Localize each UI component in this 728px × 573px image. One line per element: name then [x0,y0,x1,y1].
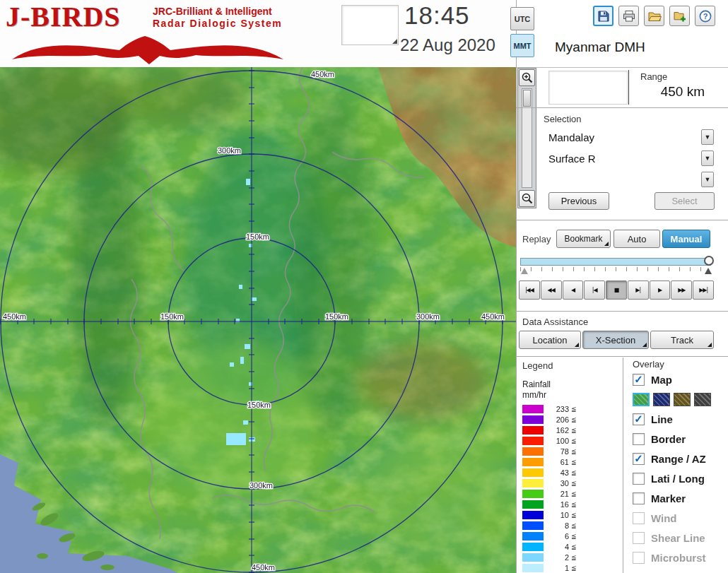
product-dropdown[interactable]: Surface R ▼ [548,149,714,167]
radar-map[interactable]: 450km300km150km150km300km450km450km150km… [0,67,516,573]
auto-button[interactable]: Auto [613,230,660,248]
help-button[interactable]: ? [695,6,715,26]
map-style-swatch-1[interactable] [633,393,650,406]
product-dropdown-value[interactable]: Surface R [548,153,701,165]
header-bar: J-BIRDS JRC-Brilliant & Intelligent Rada… [0,0,516,68]
folder-plus-icon [673,9,687,23]
legend-scale: 233≦206≦162≦100≦78≦61≦43≦30≦21≦16≦10≦8≦6… [522,403,623,573]
mmt-button[interactable]: MMT [510,34,534,57]
station-dropdown-arrow[interactable]: ▼ [701,129,714,145]
checkbox-marker[interactable] [633,492,645,504]
overlay-border[interactable]: Border [633,429,728,449]
station-dropdown-value[interactable]: Mandalay [548,131,701,143]
playback-play-reverse[interactable]: ◀ [563,280,584,300]
overlay-map[interactable]: ✓Map [633,370,728,389]
checkbox-map[interactable]: ✓ [633,374,645,386]
range-value: 450 km [661,84,705,100]
preview-box [341,5,399,45]
option-dropdown[interactable]: ▼ [548,170,714,189]
checkbox-wind[interactable] [633,512,645,524]
print-button[interactable] [618,6,639,26]
location-button[interactable]: Location [519,331,581,349]
playback-first[interactable]: |◀◀ [519,280,540,300]
legend-color-swatch [522,458,544,466]
legend-item: 8≦ [522,520,623,531]
selection-label: Selection [544,114,581,124]
replay-slider[interactable] [520,258,711,276]
overlay-marker[interactable]: Marker [633,488,728,508]
map-style-swatch-2[interactable] [653,393,670,406]
legend-color-swatch [522,468,544,477]
bookmark-button[interactable]: Bookmark [556,230,611,248]
overlay-wind[interactable]: Wind [633,508,728,528]
legend-color-swatch [522,405,544,413]
overlay-column: Overlay ✓Map✓LineBorder✓Range / AZLati /… [623,358,728,573]
legend-value: 78 [548,447,569,456]
playback-step-back[interactable]: |◀ [584,280,605,300]
checkbox-shear-line[interactable] [633,532,645,544]
checkbox-border[interactable] [633,433,645,445]
track-button[interactable]: Track [650,331,714,349]
checkbox-microburst[interactable] [633,552,645,564]
overlay-heading: Overlay [633,359,728,370]
legend-comparator: ≦ [571,565,577,572]
overlay-shear-line[interactable]: Shear Line [633,528,728,548]
svg-text:?: ? [703,12,708,20]
playback-fast-forward[interactable]: ▶▶ [671,280,692,300]
legend-item: 16≦ [522,499,623,509]
floppy-disk-icon [597,9,611,23]
legend-comparator: ≦ [571,437,577,444]
playback-fast-rewind[interactable]: ◀◀ [541,280,562,300]
legend-item: 4≦ [522,541,623,552]
overlay-label: Range / AZ [651,453,706,465]
open-button[interactable] [644,6,664,26]
overlay-lati-long[interactable]: Lati / Long [633,468,728,488]
eagle-icon [10,34,286,65]
legend-overlay-section: Legend Rainfall mm/hr 233≦206≦162≦100≦78… [517,358,728,573]
save-button[interactable] [593,6,613,26]
legend-color-swatch [522,415,544,424]
checkbox-range-az[interactable]: ✓ [633,453,645,465]
replay-slider-track[interactable] [520,258,711,266]
playback-controls: |◀◀◀◀◀|◀■▶|▶▶▶▶▶| [519,280,714,300]
playback-play[interactable]: ▶ [650,280,671,300]
slider-position-marker[interactable] [705,268,712,274]
xsection-button[interactable]: X-Section [582,331,649,349]
radar-map-canvas[interactable]: 450km300km150km150km300km450km450km150km… [0,67,516,573]
legend-item: 162≦ [522,425,623,435]
playback-last[interactable]: ▶▶| [693,280,714,300]
select-button[interactable]: Select [654,192,715,210]
checkbox-line[interactable]: ✓ [633,413,645,425]
option-dropdown-arrow[interactable]: ▼ [701,172,714,187]
overlay-label: Wind [651,512,677,524]
overlay-line[interactable]: ✓Line [633,409,728,429]
previous-button[interactable]: Previous [548,192,609,210]
legend-item: 21≦ [522,488,623,499]
legend-item: 43≦ [522,467,623,478]
overlay-list: ✓Map✓LineBorder✓Range / AZLati / LongMar… [633,370,728,567]
legend-value: 100 [548,437,569,445]
product-dropdown-arrow[interactable]: ▼ [701,150,714,166]
station-dropdown[interactable]: Mandalay ▼ [548,128,714,146]
utc-button[interactable]: UTC [510,7,534,30]
legend-item: 30≦ [522,478,623,488]
legend-value: 16 [548,500,569,509]
overlay-microburst[interactable]: Microburst [633,548,728,567]
svg-text:150km: 150km [246,232,269,241]
legend-comparator: ≦ [571,469,577,476]
legend-comparator: ≦ [571,533,577,540]
clock-time: 18:45 [404,1,470,30]
map-style-swatch-4[interactable] [694,393,711,406]
legend-item: 1≦ [522,562,623,573]
replay-slider-handle[interactable] [704,256,714,266]
playback-step-forward[interactable]: ▶| [628,280,649,300]
playback-stop[interactable]: ■ [606,280,627,300]
import-button[interactable] [669,6,690,26]
map-style-swatch-3[interactable] [674,393,691,406]
checkbox-lati-long[interactable] [633,473,645,485]
legend-value: 8 [548,521,569,530]
overlay-range-az[interactable]: ✓Range / AZ [633,449,728,468]
legend-color-swatch [522,490,544,498]
overlay-label: Border [651,433,686,445]
manual-button[interactable]: Manual [662,230,710,248]
